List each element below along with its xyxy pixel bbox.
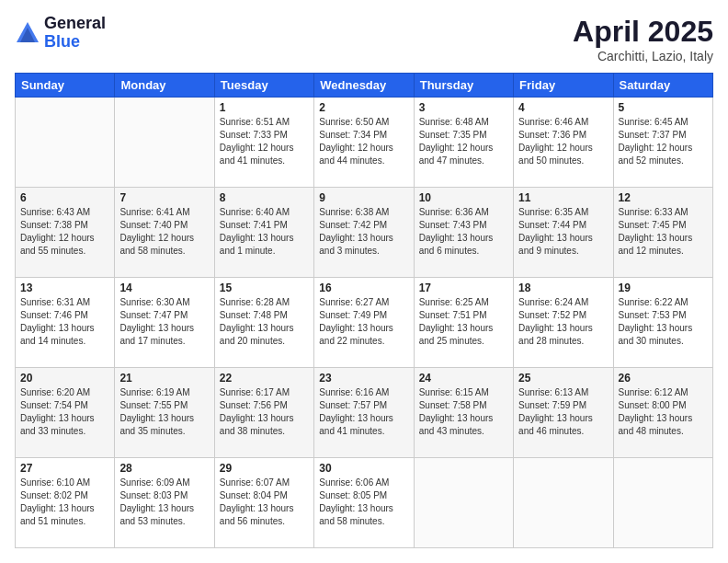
day-detail: Sunrise: 6:36 AM Sunset: 7:43 PM Dayligh…: [419, 206, 508, 258]
col-sunday: Sunday: [16, 74, 115, 98]
day-number: 6: [20, 191, 109, 204]
day-detail: Sunrise: 6:16 AM Sunset: 7:57 PM Dayligh…: [319, 386, 408, 438]
day-detail: Sunrise: 6:19 AM Sunset: 7:55 PM Dayligh…: [119, 386, 209, 438]
day-detail: Sunrise: 6:33 AM Sunset: 7:45 PM Dayligh…: [619, 206, 708, 258]
table-row: 7Sunrise: 6:41 AM Sunset: 7:40 PM Daylig…: [115, 188, 214, 278]
table-row: 17Sunrise: 6:25 AM Sunset: 7:51 PM Dayli…: [414, 278, 513, 368]
table-row: 25Sunrise: 6:13 AM Sunset: 7:59 PM Dayli…: [514, 368, 613, 458]
day-number: 4: [518, 101, 608, 114]
table-row: [16, 98, 115, 188]
calendar-week-2: 6Sunrise: 6:43 AM Sunset: 7:38 PM Daylig…: [16, 188, 713, 278]
table-row: 11Sunrise: 6:35 AM Sunset: 7:44 PM Dayli…: [514, 188, 613, 278]
col-monday: Monday: [115, 74, 214, 98]
table-row: 8Sunrise: 6:40 AM Sunset: 7:41 PM Daylig…: [214, 188, 313, 278]
table-row: 24Sunrise: 6:15 AM Sunset: 7:58 PM Dayli…: [414, 368, 513, 458]
calendar-week-3: 13Sunrise: 6:31 AM Sunset: 7:46 PM Dayli…: [16, 278, 713, 368]
table-row: 23Sunrise: 6:16 AM Sunset: 7:57 PM Dayli…: [314, 368, 414, 458]
day-detail: Sunrise: 6:45 AM Sunset: 7:37 PM Dayligh…: [619, 116, 708, 167]
table-row: 2Sunrise: 6:50 AM Sunset: 7:34 PM Daylig…: [314, 98, 414, 188]
day-number: 21: [119, 372, 209, 385]
month-title: April 2025: [573, 15, 713, 49]
day-number: 28: [119, 462, 209, 475]
day-number: 17: [419, 282, 508, 294]
day-number: 8: [220, 191, 309, 204]
table-row: 3Sunrise: 6:48 AM Sunset: 7:35 PM Daylig…: [414, 98, 513, 188]
day-detail: Sunrise: 6:24 AM Sunset: 7:52 PM Dayligh…: [518, 296, 608, 348]
day-number: 30: [319, 462, 408, 475]
table-row: [414, 458, 513, 548]
table-row: 29Sunrise: 6:07 AM Sunset: 8:04 PM Dayli…: [214, 458, 313, 548]
day-number: 12: [619, 191, 708, 204]
table-row: 6Sunrise: 6:43 AM Sunset: 7:38 PM Daylig…: [16, 188, 115, 278]
day-number: 25: [518, 372, 608, 385]
calendar-week-1: 1Sunrise: 6:51 AM Sunset: 7:33 PM Daylig…: [16, 98, 713, 188]
day-detail: Sunrise: 6:41 AM Sunset: 7:40 PM Dayligh…: [119, 206, 209, 258]
calendar-week-4: 20Sunrise: 6:20 AM Sunset: 7:54 PM Dayli…: [16, 368, 713, 458]
table-row: 21Sunrise: 6:19 AM Sunset: 7:55 PM Dayli…: [115, 368, 214, 458]
header-row: Sunday Monday Tuesday Wednesday Thursday…: [16, 74, 713, 98]
table-row: 18Sunrise: 6:24 AM Sunset: 7:52 PM Dayli…: [514, 278, 613, 368]
table-row: 13Sunrise: 6:31 AM Sunset: 7:46 PM Dayli…: [16, 278, 115, 368]
day-number: 9: [319, 191, 408, 204]
table-row: 30Sunrise: 6:06 AM Sunset: 8:05 PM Dayli…: [314, 458, 414, 548]
table-row: 14Sunrise: 6:30 AM Sunset: 7:47 PM Dayli…: [115, 278, 214, 368]
table-row: 28Sunrise: 6:09 AM Sunset: 8:03 PM Dayli…: [115, 458, 214, 548]
day-detail: Sunrise: 6:48 AM Sunset: 7:35 PM Dayligh…: [419, 116, 508, 167]
day-number: 24: [419, 372, 508, 385]
table-row: [115, 98, 214, 188]
day-number: 19: [619, 282, 708, 294]
day-number: 13: [20, 282, 109, 294]
day-number: 2: [319, 101, 408, 114]
table-row: 9Sunrise: 6:38 AM Sunset: 7:42 PM Daylig…: [314, 188, 414, 278]
day-detail: Sunrise: 6:28 AM Sunset: 7:48 PM Dayligh…: [220, 296, 309, 348]
calendar-table: Sunday Monday Tuesday Wednesday Thursday…: [15, 73, 713, 548]
calendar-page: General Blue April 2025 Carchitti, Lazio…: [0, 0, 728, 563]
day-detail: Sunrise: 6:17 AM Sunset: 7:56 PM Dayligh…: [220, 386, 309, 438]
day-detail: Sunrise: 6:40 AM Sunset: 7:41 PM Dayligh…: [220, 206, 309, 258]
day-number: 3: [419, 101, 508, 114]
day-number: 16: [319, 282, 408, 294]
day-detail: Sunrise: 6:30 AM Sunset: 7:47 PM Dayligh…: [119, 296, 209, 348]
day-detail: Sunrise: 6:22 AM Sunset: 7:53 PM Dayligh…: [619, 296, 708, 348]
table-row: 15Sunrise: 6:28 AM Sunset: 7:48 PM Dayli…: [214, 278, 313, 368]
day-number: 14: [119, 282, 209, 294]
logo-general: General: [44, 14, 106, 32]
day-number: 1: [220, 101, 309, 114]
logo-blue: Blue: [44, 32, 80, 51]
day-detail: Sunrise: 6:35 AM Sunset: 7:44 PM Dayligh…: [518, 206, 608, 258]
day-number: 27: [20, 462, 109, 475]
location-subtitle: Carchitti, Lazio, Italy: [573, 49, 713, 63]
day-number: 18: [518, 282, 608, 294]
col-saturday: Saturday: [613, 74, 712, 98]
day-number: 26: [619, 372, 708, 385]
day-detail: Sunrise: 6:13 AM Sunset: 7:59 PM Dayligh…: [518, 386, 608, 438]
day-detail: Sunrise: 6:07 AM Sunset: 8:04 PM Dayligh…: [220, 477, 309, 528]
day-detail: Sunrise: 6:46 AM Sunset: 7:36 PM Dayligh…: [518, 116, 608, 167]
table-row: [514, 458, 613, 548]
day-number: 29: [220, 462, 309, 475]
day-detail: Sunrise: 6:51 AM Sunset: 7:33 PM Dayligh…: [220, 116, 309, 167]
table-row: 4Sunrise: 6:46 AM Sunset: 7:36 PM Daylig…: [514, 98, 613, 188]
day-detail: Sunrise: 6:12 AM Sunset: 8:00 PM Dayligh…: [619, 386, 708, 438]
table-row: 20Sunrise: 6:20 AM Sunset: 7:54 PM Dayli…: [16, 368, 115, 458]
logo: General Blue: [15, 15, 106, 52]
table-row: 10Sunrise: 6:36 AM Sunset: 7:43 PM Dayli…: [414, 188, 513, 278]
table-row: 27Sunrise: 6:10 AM Sunset: 8:02 PM Dayli…: [16, 458, 115, 548]
day-number: 20: [20, 372, 109, 385]
day-detail: Sunrise: 6:06 AM Sunset: 8:05 PM Dayligh…: [319, 477, 408, 528]
day-number: 5: [619, 101, 708, 114]
day-detail: Sunrise: 6:50 AM Sunset: 7:34 PM Dayligh…: [319, 116, 408, 167]
table-row: 5Sunrise: 6:45 AM Sunset: 7:37 PM Daylig…: [613, 98, 712, 188]
day-number: 22: [220, 372, 309, 385]
table-row: 22Sunrise: 6:17 AM Sunset: 7:56 PM Dayli…: [214, 368, 313, 458]
day-number: 11: [518, 191, 608, 204]
day-detail: Sunrise: 6:38 AM Sunset: 7:42 PM Dayligh…: [319, 206, 408, 258]
col-wednesday: Wednesday: [314, 74, 414, 98]
table-row: 19Sunrise: 6:22 AM Sunset: 7:53 PM Dayli…: [613, 278, 712, 368]
table-row: 26Sunrise: 6:12 AM Sunset: 8:00 PM Dayli…: [613, 368, 712, 458]
day-detail: Sunrise: 6:43 AM Sunset: 7:38 PM Dayligh…: [20, 206, 109, 258]
col-friday: Friday: [514, 74, 613, 98]
day-number: 10: [419, 191, 508, 204]
day-detail: Sunrise: 6:27 AM Sunset: 7:49 PM Dayligh…: [319, 296, 408, 348]
col-thursday: Thursday: [414, 74, 513, 98]
